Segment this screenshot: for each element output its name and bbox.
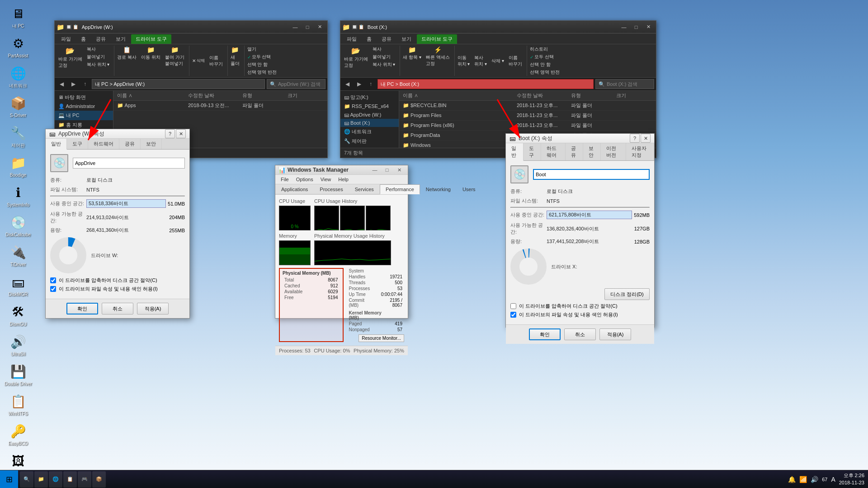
appdrive-ok-btn[interactable]: 확인 [66,303,98,314]
boot-name-input[interactable] [533,169,650,180]
boot-ribbon-moveto-btn[interactable]: 복사 위치 ▾ [371,61,397,68]
ribbon-goto-btn[interactable]: 📂바로 가기에고정 [57,46,84,76]
boot-ribbon-rename-btn[interactable]: 이름바꾸기 [507,46,524,76]
taskbar-clock[interactable]: 오후 2:26 2018-11-23 [839,472,864,486]
boot-up-btn[interactable]: ↑ [366,80,376,89]
boot-props-titlebar[interactable]: 🖴 Boot (X:) 속성 ? ✕ [506,134,654,143]
boot-tab-file[interactable]: 파일 [342,34,361,44]
boot-sidebar-control[interactable]: 🔧 제어판 [340,136,399,146]
tray-notification-icon[interactable]: 🔔 [788,476,796,483]
boot-maximize-btn[interactable]: □ [630,23,642,32]
file-row-programfilesx86[interactable]: 📁 Program Files (x86) 2018-11-23 오후... 파… [399,121,656,131]
ribbon-open-btn[interactable]: 열기 [245,46,279,53]
desktop-icon-easybcd[interactable]: 🔑 EasyBCD [3,421,33,447]
tm-tab-networking[interactable]: Networking [420,184,457,194]
boot-ok-btn[interactable]: 확인 [529,328,561,340]
tm-minimize-btn[interactable]: — [369,165,381,174]
desktop-icon-boodige[interactable]: 📁 Boodige [3,153,33,179]
boot-sidebar-mango[interactable]: 🖴 망고(K:) [340,93,399,102]
ribbon-delete-btn[interactable]: ✕삭제 [190,46,207,76]
boot-tab-share[interactable]: 공유 [377,34,396,44]
appdrive-maximize-btn[interactable]: □ [302,23,313,32]
boot-ribbon-copyto-btn[interactable]: 복사위치 ▾ [472,46,489,76]
appdrive-tab-share[interactable]: 공유 [91,34,110,44]
tray-volume-icon[interactable]: 🔊 [811,476,818,483]
appdrive-index-input[interactable] [50,286,56,292]
desktop-icon-tidriver[interactable]: 🔌 TiDriver [3,242,33,268]
boot-tab-home[interactable]: 홈 [362,34,376,44]
start-button[interactable]: ⊞ [0,470,18,488]
taskbar-browser[interactable]: 🌐 [49,471,62,488]
appdrive-search[interactable]: 🔍 AppDrive (W:) 검색 [267,79,326,89]
ribbon-select-btn[interactable]: ✓ 모두 선택 [245,53,279,61]
boot-tab-security[interactable]: 보안 [583,143,601,160]
appdrive-path[interactable]: 내 PC > AppDrive (W:) [92,79,265,89]
boot-ribbon-quickaccess-btn[interactable]: ⚡빠른 액세스고정 [424,46,452,76]
ribbon-invert-btn[interactable]: 선택 영역 반전 [245,69,279,76]
appdrive-props-help-btn[interactable]: ? [165,129,175,138]
boot-tab-general[interactable]: 일반 [506,143,524,161]
boot-tab-view[interactable]: 보기 [397,34,416,44]
boot-ribbon-goto-btn[interactable]: 📂바로 가기에고정 [342,46,370,76]
appdrive-tab-drive-tools[interactable]: 드라이브 도구 [131,34,171,44]
boot-ribbon-moveto2-btn[interactable]: 이동위치 ▾ [456,46,472,76]
file-row-programfiles[interactable]: 📁 Program Files 2018-11-23 오후... 파일 폴더 [399,111,656,121]
resource-monitor-btn[interactable]: Resource Monitor... [359,334,404,342]
boot-titlebar[interactable]: 📁 🔲 📋 Boot (X:) — □ ✕ [340,21,656,33]
boot-props-help-btn[interactable]: ? [630,134,640,143]
boot-disk-cleanup-btn[interactable]: 디스크 정리(D) [604,288,650,300]
boot-minimize-btn[interactable]: — [618,23,630,32]
appdrive-titlebar[interactable]: 📁 🔲 📋 AppDrive (W:) — □ ✕ [55,21,327,33]
boot-sidebar-network[interactable]: 🌐 네트워크 [340,127,399,136]
boot-tab-custom[interactable]: 사용자 지정 [626,143,654,160]
boot-tab-drive-tools[interactable]: 드라이브 도구 [417,34,457,44]
ribbon-path-copy-btn[interactable]: 📋경로 복사 [115,46,138,76]
tm-menu-view[interactable]: View [317,176,335,183]
boot-ribbon-paste-btn[interactable]: 붙여넣기 [371,53,397,61]
desktop-icon-partassist[interactable]: ⚙ PartAssist [3,33,33,60]
boot-index-input[interactable] [510,312,516,318]
appdrive-cancel-btn[interactable]: 취소 [102,303,133,314]
file-row-recycle[interactable]: 📁 $RECYCLE.BIN 2018-11-23 오후... 파일 폴더 [399,101,656,111]
boot-compress-input[interactable] [510,303,516,309]
sidebar-desktop[interactable]: 🖥 바탕 화면 [55,93,113,102]
boot-tab-previous[interactable]: 이전 버전 [601,143,626,160]
boot-close-btn[interactable]: ✕ [642,23,654,32]
file-row-apps[interactable]: 📁 Apps 2018-09-13 오전... 파일 폴더 [113,101,327,111]
boot-sidebar-appdrive[interactable]: 🖴 AppDrive (W:) [340,111,399,119]
appdrive-tab-tools[interactable]: 도구 [67,139,88,149]
ribbon-copy-btn[interactable]: 복사 [85,46,112,53]
tm-tab-users[interactable]: Users [457,184,481,194]
taskbar-store[interactable]: 📦 [92,471,106,488]
tm-menu-file[interactable]: File [277,176,292,183]
appdrive-forward-btn[interactable]: ▶ [68,80,78,89]
tm-maximize-btn[interactable]: □ [381,165,393,174]
tray-wifi-icon[interactable]: 📶 [799,476,807,483]
desktop-icon-network[interactable]: 🌐 네트워크 [3,63,33,89]
tm-tab-processes[interactable]: Processes [314,184,349,194]
tm-menu-options[interactable]: Options [292,176,317,183]
boot-apply-btn[interactable]: 적용(A) [599,328,631,340]
boot-sidebar-boot[interactable]: 🖴 Boot (X:) [340,119,399,127]
sidebar-mypc[interactable]: 💻 내 PC [55,111,113,120]
appdrive-name-input[interactable] [73,158,185,169]
appdrive-tab-file[interactable]: 파일 [57,34,75,44]
taskbar-search[interactable]: 🔍 [20,471,33,488]
ribbon-paste-btn[interactable]: 붙여넣기 [85,53,112,61]
appdrive-tab-view[interactable]: 보기 [111,34,130,44]
appdrive-compress-input[interactable] [50,277,56,283]
ribbon-rename-btn[interactable]: 이름바꾸기 [208,46,225,76]
appdrive-apply-btn[interactable]: 적용(A) [137,303,169,314]
appdrive-props-close-btn[interactable]: ✕ [176,129,186,138]
boot-back-btn[interactable]: ◀ [342,80,352,89]
boot-tab-share[interactable]: 공유 [566,143,583,160]
sidebar-admin[interactable]: 👤 Administrator [55,102,113,111]
tm-close-btn[interactable]: ✕ [393,165,405,174]
desktop-icon-ultrasil[interactable]: 🔊 UltraSil [3,332,33,358]
appdrive-minimize-btn[interactable]: — [289,23,301,32]
boot-ribbon-new-folder-btn[interactable]: 📁새 항목 ▾ [401,46,423,76]
boot-ribbon-delete-btn[interactable]: 삭제 ▾ [490,46,506,76]
sidebar-home[interactable]: 📁 홈 지롱 [55,120,113,130]
appdrive-tab-home[interactable]: 홈 [76,34,90,44]
desktop-icon-sdriver[interactable]: 📦 S-Driver [3,93,33,119]
